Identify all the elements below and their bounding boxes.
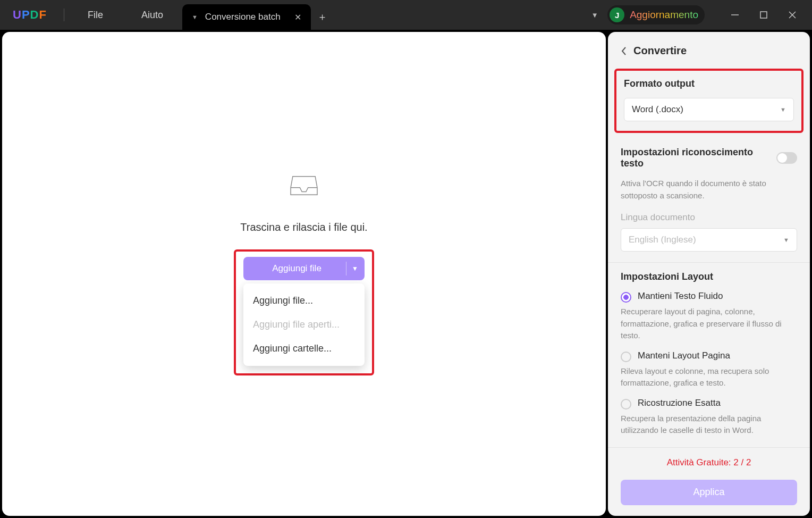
panel-title: Convertire — [633, 45, 687, 57]
free-activity-label: Attività Gratuite: 2 / 2 — [608, 448, 810, 472]
layout-opt2-label: Manteni Layout Pagina — [638, 350, 730, 361]
tab-label: Conversione batch — [205, 12, 281, 22]
add-file-highlight: Aggiungi file ▼ Aggiungi file... Aggiung… — [234, 249, 374, 375]
layout-opt3-label: Ricostruzione Esatta — [638, 398, 721, 408]
layout-option-exact[interactable]: Ricostruzione Esatta — [621, 398, 797, 410]
ocr-section: Impostazioni riconoscimento testo Attiva… — [608, 138, 810, 263]
doc-language-value: English (Inglese) — [629, 235, 696, 245]
drop-instruction: Trascina e rilascia i file qui. — [240, 221, 367, 233]
radio-icon — [621, 352, 631, 362]
layout-option-fluid[interactable]: Mantieni Testo Fluido — [621, 291, 797, 303]
tabs-container: ▼ Conversione batch ✕ ＋ — [182, 0, 585, 30]
dropdown-add-files[interactable]: Aggiungi file... — [243, 289, 365, 313]
close-window-icon[interactable] — [788, 10, 797, 20]
layout-opt1-label: Mantieni Testo Fluido — [638, 291, 723, 302]
app-logo: UPDF — [0, 8, 60, 22]
panel-header: Convertire — [608, 45, 810, 69]
upgrade-label: Aggiornamento — [630, 9, 698, 21]
output-format-select[interactable]: Word (.docx) ▼ — [624, 98, 794, 121]
radio-icon — [621, 292, 631, 303]
doc-language-label: Lingua documento — [621, 212, 797, 223]
ocr-label: Impostazioni riconoscimento testo — [621, 147, 797, 169]
layout-opt2-desc: Rileva layout e colonne, ma recupera sol… — [621, 365, 797, 389]
layout-label: Impostazioni Layout — [621, 271, 797, 282]
divider — [64, 9, 64, 21]
layout-opt3-desc: Recupera la presentazione della pagina u… — [621, 413, 797, 437]
tab-overflow-icon[interactable]: ▼ — [585, 11, 604, 19]
radio-icon — [621, 399, 631, 410]
dropdown-add-open-files: Aggiungi file aperti... — [243, 313, 365, 337]
window-controls — [715, 10, 812, 20]
button-separator — [346, 262, 346, 275]
main-drop-area[interactable]: Trascina e rilascia i file qui. Aggiungi… — [2, 32, 606, 516]
add-file-dropdown: Aggiungi file... Aggiungi file aperti...… — [243, 283, 365, 366]
ocr-hint: Attiva l'OCR quando il documento è stato… — [621, 178, 797, 202]
workspace: Trascina e rilascia i file qui. Aggiungi… — [0, 30, 812, 518]
output-format-label: Formato output — [624, 78, 794, 89]
tab-batch-conversion[interactable]: ▼ Conversione batch ✕ — [182, 4, 311, 30]
chevron-down-icon: ▼ — [783, 237, 789, 243]
menu-help[interactable]: Aiuto — [122, 10, 182, 21]
output-format-value: Word (.docx) — [632, 104, 683, 115]
chevron-left-icon[interactable] — [621, 46, 627, 56]
layout-option-page[interactable]: Manteni Layout Pagina — [621, 350, 797, 362]
svg-rect-1 — [760, 12, 767, 18]
add-file-button[interactable]: Aggiungi file ▼ — [243, 257, 365, 280]
avatar: J — [610, 7, 624, 22]
close-tab-icon[interactable]: ✕ — [294, 12, 301, 22]
ocr-toggle[interactable] — [776, 152, 797, 164]
new-tab-button[interactable]: ＋ — [311, 4, 334, 30]
titlebar: UPDF File Aiuto ▼ Conversione batch ✕ ＋ … — [0, 0, 812, 30]
menu-file[interactable]: File — [69, 10, 122, 21]
layout-section: Impostazioni Layout Mantieni Testo Fluid… — [608, 263, 810, 448]
apply-button[interactable]: Applica — [621, 480, 797, 505]
chevron-down-icon: ▼ — [780, 106, 786, 113]
chevron-down-icon[interactable]: ▼ — [352, 265, 365, 272]
minimize-icon[interactable] — [730, 10, 740, 20]
inbox-icon — [289, 172, 319, 198]
dropdown-add-folders[interactable]: Aggiungi cartelle... — [243, 337, 365, 361]
chevron-down-icon[interactable]: ▼ — [192, 14, 198, 20]
add-file-label: Aggiungi file — [243, 263, 341, 274]
user-badge[interactable]: J Aggiornamento — [607, 5, 705, 24]
maximize-icon[interactable] — [759, 10, 768, 20]
output-format-section: Formato output Word (.docx) ▼ — [614, 69, 803, 133]
doc-language-select[interactable]: English (Inglese) ▼ — [621, 228, 797, 252]
convert-panel: Convertire Formato output Word (.docx) ▼… — [608, 32, 810, 516]
layout-opt1-desc: Recuperare layout di pagina, colonne, fo… — [621, 306, 797, 342]
